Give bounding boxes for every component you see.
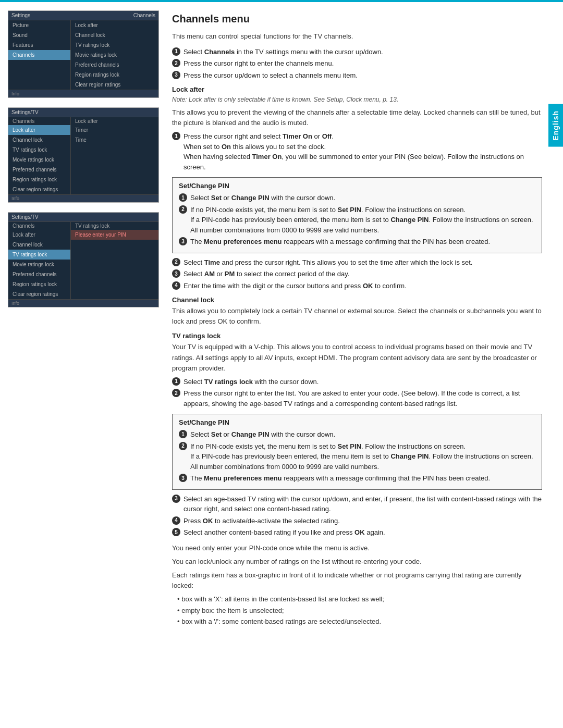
tvr-s4-text: Press OK to activate/de-activate the sel… — [183, 516, 340, 526]
la-step3-circle: 3 — [172, 269, 180, 278]
pin1-s2-circle: 2 — [179, 205, 187, 214]
top-bar — [0, 0, 563, 2]
bullet-2: empty box: the item is unselected; — [177, 606, 542, 616]
screen2-item-preferred: Preferred channels — [8, 165, 70, 175]
tvr-s3-text: Select an age-based TV rating with the c… — [183, 494, 542, 514]
screen2-item-tv-ratings: TV ratings lock — [8, 145, 70, 155]
screen2-item-lock-after: Lock after — [8, 125, 70, 135]
intro-text: This menu can control special functions … — [172, 31, 542, 42]
tv-ratings-description: Your TV is equipped with a V-chip. This … — [172, 342, 542, 373]
tvr-s4-circle: 4 — [172, 516, 180, 525]
tv-screen-2: Settings/TV Channels Lock after Channel … — [8, 107, 159, 203]
screen2-footer: Info — [8, 194, 158, 202]
screen3-body: Channels Lock after Channel lock TV rati… — [8, 222, 158, 299]
screen1-col-right: Lock after Channel lock TV ratings lock … — [71, 20, 158, 90]
screen2-item-channel-lock: Channel lock — [8, 135, 70, 145]
pin1-s1-text: Select Set or Change PIN with the cursor… — [190, 193, 335, 203]
screen1-right-region: Region ratings lock — [71, 70, 158, 80]
channel-lock-description: This allows you to completely lock a cer… — [172, 306, 542, 327]
la-step1-circle: 1 — [172, 132, 180, 140]
language-tab: English — [548, 104, 563, 147]
right-column: Channels menu This menu can control spec… — [167, 5, 563, 728]
extra-text1: You need only enter your PIN-code once w… — [172, 543, 542, 553]
screen2-item-region: Region ratings lock — [8, 175, 70, 184]
pin2-s3-circle: 3 — [179, 474, 187, 482]
pin-box1-step3: 3 The Menu preferences menu reappears wi… — [179, 237, 535, 247]
screen3-header: Settings/TV — [8, 213, 158, 222]
screen3-item-region: Region ratings lock — [8, 279, 70, 289]
pin-box1-steps: 1 Select Set or Change PIN with the curs… — [179, 193, 535, 247]
tv-ratings-step1: 1 Select TV ratings lock with the cursor… — [172, 377, 542, 387]
tv-ratings-heading: TV ratings lock — [172, 332, 542, 340]
screen3-item-tv-ratings: TV ratings lock — [8, 250, 70, 260]
screen3-item-lock-after: Lock after — [8, 230, 70, 240]
screen3-item-channel-lock: Channel lock — [8, 240, 70, 250]
lock-after-heading: Lock after — [172, 85, 542, 93]
screen1-col-left: Picture Sound Features Channels — [8, 20, 71, 90]
tv-screen-1: Settings Channels Picture Sound Features… — [8, 10, 159, 98]
pin-box2-title: Set/Change PIN — [179, 418, 535, 426]
screen1-item-picture: Picture — [8, 20, 70, 30]
screen3-header-left: Settings/TV — [11, 214, 39, 220]
tv-ratings-steps2: 3 Select an age-based TV rating with the… — [172, 494, 542, 538]
step2-text: Press the cursor right to enter the chan… — [183, 58, 334, 69]
tvr-s3-circle: 3 — [172, 495, 180, 503]
pin-box2-steps: 1 Select Set or Change PIN with the curs… — [179, 429, 535, 484]
tv-ratings-step2: 2 Press the cursor right to enter the li… — [172, 388, 542, 409]
main-step-2: 2 Press the cursor right to enter the ch… — [172, 58, 542, 69]
screen3-item-preferred: Preferred channels — [8, 269, 70, 279]
screen1-right-preferred: Preferred channels — [71, 60, 158, 70]
pin-box1-title: Set/Change PIN — [179, 182, 535, 190]
bullet-3: box with a '/': some content-based ratin… — [177, 616, 542, 627]
channel-lock-heading: Channel lock — [172, 296, 542, 304]
extra-text3: Each ratings item has a box-graphic in f… — [172, 570, 542, 591]
pin-box2-step3: 3 The Menu preferences menu reappears wi… — [179, 473, 535, 484]
pin-box1-step2: 2 If no PIN-code exists yet, the menu it… — [179, 205, 535, 236]
left-column: Settings Channels Picture Sound Features… — [0, 5, 167, 728]
screen2-lockafter-label: Lock after — [71, 117, 158, 125]
la-step2-text: Select Time and press the cursor right. … — [183, 257, 472, 268]
pin2-s3-text: The Menu preferences menu reappears with… — [190, 473, 490, 484]
la-step3-text: Select AM or PM to select the correct pe… — [183, 269, 349, 279]
screen2-header: Settings/TV — [8, 108, 158, 117]
screen3-col-right: TV ratings lock Please enter your PIN — [71, 222, 158, 299]
screen1-header: Settings Channels — [8, 11, 158, 20]
screen3-channels-label: Channels — [8, 222, 70, 230]
screen3-pin-entry: Please enter your PIN — [71, 230, 158, 240]
main-steps-list: 1 Select Channels in the TV settings men… — [172, 47, 542, 81]
set-change-pin-box-1: Set/Change PIN 1 Select Set or Change PI… — [172, 177, 542, 253]
lock-after-steps2: 2 Select Time and press the cursor right… — [172, 257, 542, 291]
pin1-s1-circle: 1 — [179, 193, 187, 202]
tvr-s1-circle: 1 — [172, 377, 180, 386]
la-step1-text: Press the cursor right and select Timer … — [183, 131, 542, 172]
lock-after-steps: 1 Press the cursor right and select Time… — [172, 131, 542, 172]
pin2-s1-circle: 1 — [179, 430, 187, 438]
step3-text: Press the cursor up/down to select a cha… — [183, 70, 358, 81]
la-step4-text: Enter the time with the digit or the cur… — [183, 281, 407, 291]
pin1-s3-text: The Menu preferences menu reappears with… — [190, 237, 490, 247]
tvr-s2-text: Press the cursor right to enter the list… — [183, 388, 542, 409]
tvr-s2-circle: 2 — [172, 389, 180, 397]
lock-after-step3: 3 Select AM or PM to select the correct … — [172, 269, 542, 279]
extra-text2: You can lock/unlock any number of rating… — [172, 557, 542, 567]
screen3-footer: Info — [8, 299, 158, 307]
lock-after-step4: 4 Enter the time with the digit or the c… — [172, 281, 542, 291]
step3-circle: 3 — [172, 71, 180, 79]
screen1-item-channels: Channels — [8, 50, 70, 60]
step2-circle: 2 — [172, 59, 180, 67]
screen1-right-channel-lock: Channel lock — [71, 30, 158, 40]
pin2-s2-text: If no PIN-code exists yet, the menu item… — [190, 441, 533, 472]
step1-text: Select Channels in the TV settings menu … — [183, 47, 383, 57]
screen1-right-clear: Clear region ratings — [71, 80, 158, 90]
screen3-item-movie-ratings: Movie ratings lock — [8, 260, 70, 269]
screen1-header-right: Channels — [133, 13, 155, 18]
screen2-item-movie-ratings: Movie ratings lock — [8, 155, 70, 165]
lock-after-step1: 1 Press the cursor right and select Time… — [172, 131, 542, 172]
screen1-header-left: Settings — [11, 13, 30, 18]
la-step4-circle: 4 — [172, 281, 180, 290]
tv-ratings-steps: 1 Select TV ratings lock with the cursor… — [172, 377, 542, 409]
set-change-pin-box-2: Set/Change PIN 1 Select Set or Change PI… — [172, 414, 542, 490]
lock-after-description: This allows you to prevent the viewing o… — [172, 107, 542, 128]
tvr-s5-text: Select another content-based rating if y… — [183, 527, 385, 538]
pin-box1-step1: 1 Select Set or Change PIN with the curs… — [179, 193, 535, 203]
